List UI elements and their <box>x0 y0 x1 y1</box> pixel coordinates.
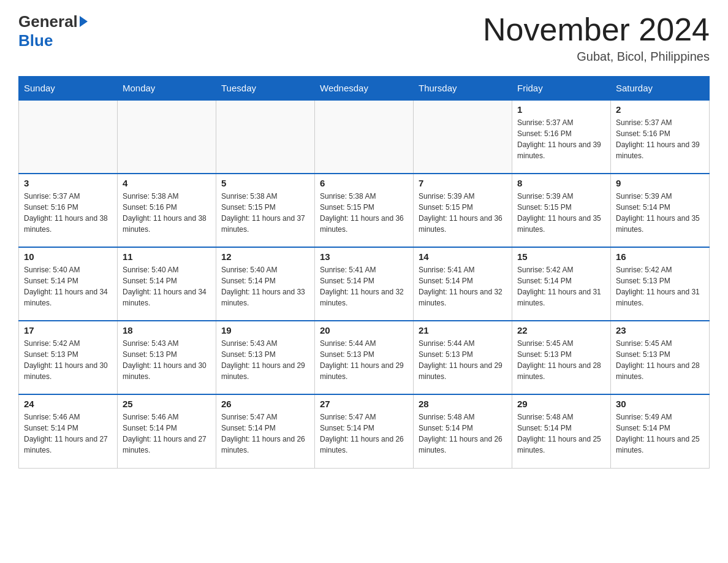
day-number: 30 <box>616 399 704 409</box>
table-row <box>19 100 118 174</box>
table-row: 13Sunrise: 5:41 AMSunset: 5:14 PMDayligh… <box>315 247 414 321</box>
logo-blue: Blue <box>18 31 88 50</box>
day-number: 1 <box>517 104 605 115</box>
day-number: 18 <box>123 325 211 335</box>
day-info: Sunrise: 5:38 AMSunset: 5:15 PMDaylight:… <box>320 191 408 235</box>
day-info: Sunrise: 5:43 AMSunset: 5:13 PMDaylight:… <box>123 338 211 382</box>
day-number: 12 <box>221 251 309 262</box>
day-number: 27 <box>320 399 408 409</box>
table-row: 20Sunrise: 5:44 AMSunset: 5:13 PMDayligh… <box>315 321 414 394</box>
day-number: 8 <box>517 178 605 188</box>
day-info: Sunrise: 5:41 AMSunset: 5:14 PMDaylight:… <box>419 264 507 308</box>
day-number: 4 <box>123 178 211 188</box>
table-row: 14Sunrise: 5:41 AMSunset: 5:14 PMDayligh… <box>414 247 512 321</box>
table-row: 25Sunrise: 5:46 AMSunset: 5:14 PMDayligh… <box>118 394 216 468</box>
calendar-week-row: 1Sunrise: 5:37 AMSunset: 5:16 PMDaylight… <box>19 100 710 174</box>
day-info: Sunrise: 5:41 AMSunset: 5:14 PMDaylight:… <box>320 264 408 308</box>
header-monday: Monday <box>118 77 216 101</box>
day-number: 6 <box>320 178 408 188</box>
day-number: 5 <box>221 178 309 188</box>
table-row: 22Sunrise: 5:45 AMSunset: 5:13 PMDayligh… <box>512 321 611 394</box>
day-info: Sunrise: 5:39 AMSunset: 5:14 PMDaylight:… <box>616 191 704 235</box>
day-number: 13 <box>320 251 408 262</box>
day-info: Sunrise: 5:37 AMSunset: 5:16 PMDaylight:… <box>616 117 704 161</box>
day-info: Sunrise: 5:42 AMSunset: 5:14 PMDaylight:… <box>517 264 605 308</box>
day-info: Sunrise: 5:38 AMSunset: 5:15 PMDaylight:… <box>221 191 309 235</box>
day-info: Sunrise: 5:46 AMSunset: 5:14 PMDaylight:… <box>123 412 211 456</box>
day-info: Sunrise: 5:44 AMSunset: 5:13 PMDaylight:… <box>320 338 408 382</box>
day-number: 29 <box>517 399 605 409</box>
day-number: 7 <box>419 178 507 188</box>
header-wednesday: Wednesday <box>315 77 414 101</box>
day-number: 22 <box>517 325 605 335</box>
table-row: 5Sunrise: 5:38 AMSunset: 5:15 PMDaylight… <box>216 174 315 247</box>
day-number: 17 <box>24 325 112 335</box>
day-info: Sunrise: 5:46 AMSunset: 5:14 PMDaylight:… <box>24 412 112 456</box>
day-info: Sunrise: 5:49 AMSunset: 5:14 PMDaylight:… <box>616 412 704 456</box>
table-row <box>315 100 414 174</box>
table-row: 24Sunrise: 5:46 AMSunset: 5:14 PMDayligh… <box>19 394 118 468</box>
day-info: Sunrise: 5:44 AMSunset: 5:13 PMDaylight:… <box>419 338 507 382</box>
day-info: Sunrise: 5:39 AMSunset: 5:15 PMDaylight:… <box>419 191 507 235</box>
table-row: 7Sunrise: 5:39 AMSunset: 5:15 PMDaylight… <box>414 174 512 247</box>
day-info: Sunrise: 5:48 AMSunset: 5:14 PMDaylight:… <box>419 412 507 456</box>
day-number: 3 <box>24 178 112 188</box>
table-row: 26Sunrise: 5:47 AMSunset: 5:14 PMDayligh… <box>216 394 315 468</box>
day-number: 28 <box>419 399 507 409</box>
day-info: Sunrise: 5:37 AMSunset: 5:16 PMDaylight:… <box>24 191 112 235</box>
table-row: 9Sunrise: 5:39 AMSunset: 5:14 PMDaylight… <box>611 174 710 247</box>
table-row: 1Sunrise: 5:37 AMSunset: 5:16 PMDaylight… <box>512 100 611 174</box>
table-row: 17Sunrise: 5:42 AMSunset: 5:13 PMDayligh… <box>19 321 118 394</box>
table-row: 30Sunrise: 5:49 AMSunset: 5:14 PMDayligh… <box>611 394 710 468</box>
table-row: 19Sunrise: 5:43 AMSunset: 5:13 PMDayligh… <box>216 321 315 394</box>
day-info: Sunrise: 5:40 AMSunset: 5:14 PMDaylight:… <box>221 264 309 308</box>
header-saturday: Saturday <box>611 77 710 101</box>
table-row <box>118 100 216 174</box>
day-number: 10 <box>24 251 112 262</box>
table-row: 29Sunrise: 5:48 AMSunset: 5:14 PMDayligh… <box>512 394 611 468</box>
day-info: Sunrise: 5:42 AMSunset: 5:13 PMDaylight:… <box>24 338 112 382</box>
table-row: 10Sunrise: 5:40 AMSunset: 5:14 PMDayligh… <box>19 247 118 321</box>
day-number: 16 <box>616 251 704 262</box>
calendar-week-row: 3Sunrise: 5:37 AMSunset: 5:16 PMDaylight… <box>19 174 710 247</box>
weekday-header-row: Sunday Monday Tuesday Wednesday Thursday… <box>19 77 710 101</box>
calendar-week-row: 10Sunrise: 5:40 AMSunset: 5:14 PMDayligh… <box>19 247 710 321</box>
day-info: Sunrise: 5:48 AMSunset: 5:14 PMDaylight:… <box>517 412 605 456</box>
logo-area: General Blue <box>18 12 88 50</box>
month-year-title: November 2024 <box>483 12 710 47</box>
day-info: Sunrise: 5:47 AMSunset: 5:14 PMDaylight:… <box>320 412 408 456</box>
table-row: 18Sunrise: 5:43 AMSunset: 5:13 PMDayligh… <box>118 321 216 394</box>
table-row: 27Sunrise: 5:47 AMSunset: 5:14 PMDayligh… <box>315 394 414 468</box>
table-row: 3Sunrise: 5:37 AMSunset: 5:16 PMDaylight… <box>19 174 118 247</box>
day-number: 26 <box>221 399 309 409</box>
day-info: Sunrise: 5:40 AMSunset: 5:14 PMDaylight:… <box>123 264 211 308</box>
day-info: Sunrise: 5:42 AMSunset: 5:13 PMDaylight:… <box>616 264 704 308</box>
header-friday: Friday <box>512 77 611 101</box>
table-row: 6Sunrise: 5:38 AMSunset: 5:15 PMDaylight… <box>315 174 414 247</box>
day-info: Sunrise: 5:39 AMSunset: 5:15 PMDaylight:… <box>517 191 605 235</box>
calendar-week-row: 17Sunrise: 5:42 AMSunset: 5:13 PMDayligh… <box>19 321 710 394</box>
day-number: 20 <box>320 325 408 335</box>
day-info: Sunrise: 5:40 AMSunset: 5:14 PMDaylight:… <box>24 264 112 308</box>
table-row: 12Sunrise: 5:40 AMSunset: 5:14 PMDayligh… <box>216 247 315 321</box>
logo-general: General <box>18 12 78 31</box>
table-row <box>216 100 315 174</box>
table-row: 28Sunrise: 5:48 AMSunset: 5:14 PMDayligh… <box>414 394 512 468</box>
table-row: 23Sunrise: 5:45 AMSunset: 5:13 PMDayligh… <box>611 321 710 394</box>
logo-triangle-icon <box>80 16 88 27</box>
table-row: 2Sunrise: 5:37 AMSunset: 5:16 PMDaylight… <box>611 100 710 174</box>
day-info: Sunrise: 5:47 AMSunset: 5:14 PMDaylight:… <box>221 412 309 456</box>
day-number: 11 <box>123 251 211 262</box>
day-number: 9 <box>616 178 704 188</box>
header: General Blue November 2024 Gubat, Bicol,… <box>18 12 710 64</box>
day-info: Sunrise: 5:43 AMSunset: 5:13 PMDaylight:… <box>221 338 309 382</box>
day-number: 19 <box>221 325 309 335</box>
day-info: Sunrise: 5:38 AMSunset: 5:16 PMDaylight:… <box>123 191 211 235</box>
title-area: November 2024 Gubat, Bicol, Philippines <box>483 12 710 64</box>
day-info: Sunrise: 5:45 AMSunset: 5:13 PMDaylight:… <box>616 338 704 382</box>
day-number: 14 <box>419 251 507 262</box>
header-thursday: Thursday <box>414 77 512 101</box>
table-row: 4Sunrise: 5:38 AMSunset: 5:16 PMDaylight… <box>118 174 216 247</box>
header-sunday: Sunday <box>19 77 118 101</box>
day-number: 23 <box>616 325 704 335</box>
